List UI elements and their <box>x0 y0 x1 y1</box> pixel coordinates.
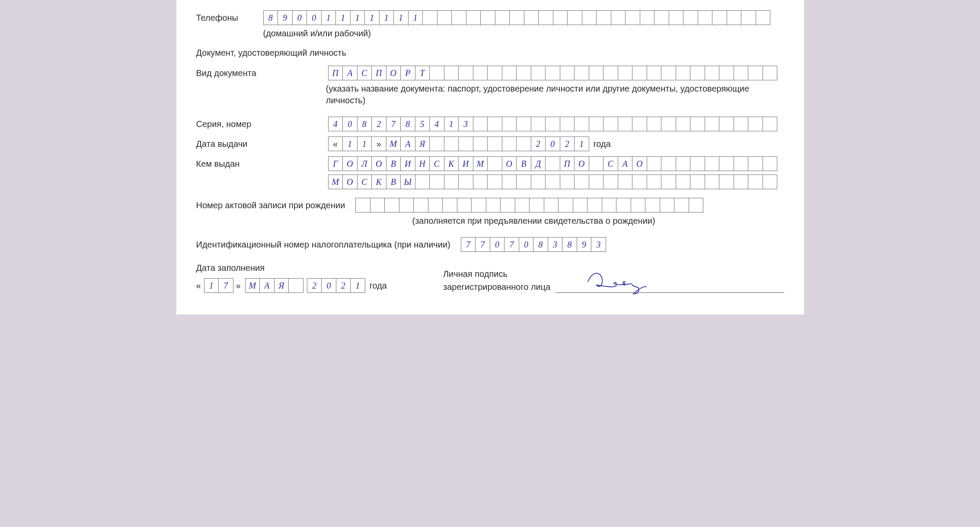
cell[interactable] <box>524 10 539 25</box>
cell[interactable]: О <box>632 156 647 171</box>
cell[interactable]: 2 <box>336 278 351 293</box>
cell[interactable] <box>632 66 647 80</box>
cell[interactable] <box>660 198 675 213</box>
cell[interactable] <box>705 175 720 189</box>
cell[interactable]: Я <box>415 137 430 151</box>
cell[interactable] <box>399 198 414 213</box>
cell[interactable] <box>618 66 633 80</box>
cell[interactable]: О <box>386 66 401 80</box>
cell[interactable] <box>574 117 589 131</box>
cell[interactable]: А <box>259 278 275 293</box>
cell[interactable] <box>288 278 303 293</box>
cell[interactable] <box>560 117 575 131</box>
cell[interactable] <box>573 198 588 213</box>
cell[interactable]: 0 <box>321 278 336 293</box>
cell[interactable] <box>473 117 488 131</box>
cell[interactable]: С <box>357 175 372 189</box>
cell[interactable] <box>531 66 546 80</box>
cell[interactable] <box>589 117 604 131</box>
cell[interactable] <box>676 156 691 171</box>
cell[interactable] <box>502 66 517 80</box>
cell[interactable]: 7 <box>504 237 519 252</box>
cell[interactable] <box>502 175 517 189</box>
cell[interactable]: 8 <box>357 117 372 131</box>
cell[interactable] <box>647 175 662 189</box>
cell[interactable] <box>712 10 727 25</box>
cell[interactable] <box>587 198 602 213</box>
cell[interactable]: 0 <box>519 237 534 252</box>
cell[interactable] <box>444 137 459 151</box>
cell[interactable]: М <box>386 137 401 151</box>
cell[interactable] <box>545 175 560 189</box>
cell[interactable] <box>487 156 502 171</box>
cell[interactable] <box>611 10 626 25</box>
cell[interactable]: 0 <box>292 10 307 25</box>
cell[interactable] <box>529 198 544 213</box>
cell[interactable] <box>632 175 647 189</box>
cell[interactable]: 5 <box>415 117 430 131</box>
cell[interactable]: 3 <box>591 237 606 252</box>
cell[interactable]: В <box>516 156 531 171</box>
cell[interactable] <box>516 175 531 189</box>
cell[interactable] <box>473 175 488 189</box>
cell[interactable] <box>719 117 734 131</box>
cell[interactable] <box>422 10 437 25</box>
cell[interactable] <box>384 198 399 213</box>
cell[interactable]: 9 <box>577 237 592 252</box>
cell[interactable] <box>734 156 749 171</box>
cell[interactable]: 1 <box>574 137 589 151</box>
cell[interactable]: 9 <box>278 10 293 25</box>
cell[interactable] <box>429 137 444 151</box>
cell[interactable] <box>516 66 531 80</box>
cell[interactable] <box>560 175 575 189</box>
cell[interactable] <box>553 10 568 25</box>
cell[interactable]: О <box>371 156 386 171</box>
cell[interactable]: М <box>328 175 343 189</box>
cell[interactable]: А <box>342 66 358 80</box>
cell[interactable] <box>582 10 597 25</box>
cell[interactable] <box>355 198 370 213</box>
issued-by-cells-2[interactable]: МОСКВЫ <box>328 175 778 189</box>
cell[interactable] <box>487 137 502 151</box>
cell[interactable] <box>442 198 457 213</box>
cell[interactable]: 3 <box>548 237 563 252</box>
cell[interactable] <box>531 117 546 131</box>
cell[interactable]: 1 <box>342 137 358 151</box>
cell[interactable] <box>763 66 778 80</box>
cell[interactable] <box>661 175 676 189</box>
cell[interactable]: О <box>574 156 589 171</box>
cell[interactable] <box>444 175 459 189</box>
cell[interactable]: 1 <box>350 10 365 25</box>
cell[interactable] <box>632 117 647 131</box>
cell[interactable] <box>661 66 676 80</box>
cell[interactable]: И <box>400 156 415 171</box>
cell[interactable]: 1 <box>393 10 409 25</box>
cell[interactable] <box>618 117 633 131</box>
fill-month-cells[interactable]: МАЯ <box>245 278 303 293</box>
cell[interactable] <box>676 175 691 189</box>
signature-line[interactable] <box>555 280 784 293</box>
cell[interactable]: О <box>502 156 517 171</box>
cell[interactable] <box>560 66 575 80</box>
cell[interactable] <box>705 156 720 171</box>
cell[interactable]: 1 <box>379 10 394 25</box>
cell[interactable]: П <box>371 66 386 80</box>
cell[interactable] <box>741 10 756 25</box>
cell[interactable] <box>558 198 573 213</box>
cell[interactable] <box>502 117 517 131</box>
cell[interactable] <box>698 10 713 25</box>
cell[interactable]: 1 <box>204 278 219 293</box>
cell[interactable] <box>690 66 705 80</box>
cell[interactable] <box>458 137 473 151</box>
fill-day-cells[interactable]: 17 <box>204 278 233 293</box>
cell[interactable]: 1 <box>408 10 423 25</box>
cell[interactable] <box>689 198 704 213</box>
cell[interactable]: 0 <box>342 117 358 131</box>
cell[interactable] <box>458 66 473 80</box>
cell[interactable]: Д <box>531 156 546 171</box>
cell[interactable] <box>603 66 618 80</box>
cell[interactable]: В <box>386 156 401 171</box>
cell[interactable] <box>616 198 631 213</box>
cell[interactable] <box>473 66 488 80</box>
cell[interactable] <box>567 10 582 25</box>
